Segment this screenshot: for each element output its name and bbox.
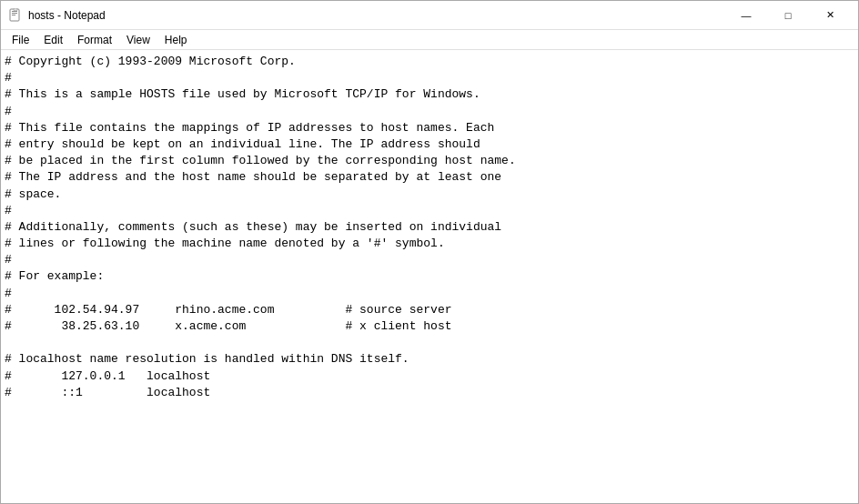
title-bar-controls: — □ ✕ [725,1,851,30]
minimize-button[interactable]: — [725,1,767,30]
title-bar-left: hosts - Notepad [8,8,106,23]
svg-rect-2 [12,13,17,14]
menu-edit[interactable]: Edit [36,32,70,48]
svg-rect-3 [12,15,15,15]
menu-bar: File Edit Format View Help [1,30,858,50]
content-area[interactable]: # Copyright (c) 1993-2009 Microsoft Corp… [1,50,858,503]
text-content: # Copyright (c) 1993-2009 Microsoft Corp… [5,54,854,499]
menu-view[interactable]: View [119,32,157,48]
menu-file[interactable]: File [5,32,36,48]
notepad-icon [8,8,23,23]
notepad-window: hosts - Notepad — □ ✕ File Edit Format V… [0,0,859,504]
close-button[interactable]: ✕ [809,1,851,30]
window-title: hosts - Notepad [28,9,106,22]
menu-format[interactable]: Format [70,32,119,48]
svg-rect-4 [14,8,17,11]
title-bar: hosts - Notepad — □ ✕ [1,1,858,30]
maximize-button[interactable]: □ [767,1,809,30]
menu-help[interactable]: Help [157,32,195,48]
